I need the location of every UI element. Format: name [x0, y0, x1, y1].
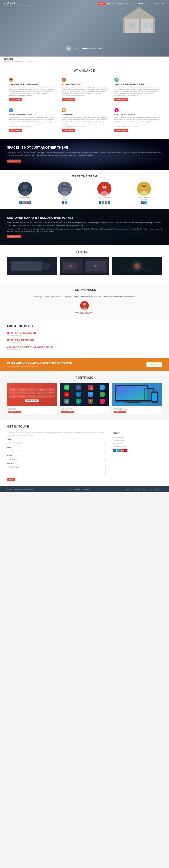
portfolio-item-title-0: ICON PACK	[8, 407, 55, 409]
social-icon-tw[interactable]: t	[117, 449, 120, 452]
portfolio-item-title-2: WALLPAPER	[114, 407, 161, 409]
social-icon-gp[interactable]: g+	[120, 449, 124, 452]
feature-icon-4: 💬	[61, 108, 66, 112]
feature-btn-0[interactable]: LEARN MORE	[9, 98, 22, 101]
portfolio-thumb-2	[112, 383, 162, 406]
social-li-0[interactable]: in	[28, 202, 31, 204]
customer-banner-btn[interactable]: READ MORE »	[7, 235, 21, 238]
features-images: DRAG & DROP LAYOUT CUSTOM WIDGETS	[7, 257, 162, 275]
nav-link-shop[interactable]: SHOP	[137, 2, 144, 5]
team-socials-1: f t	[62, 202, 68, 204]
portfolio-btn-2[interactable]: LEARN MORE	[114, 411, 126, 413]
feature-text-5: Lorem ipsum dolor sit amet, cons ectetur…	[115, 117, 160, 127]
blog-title: FROM THE BLOG	[7, 325, 162, 328]
subject-input[interactable]	[7, 457, 105, 461]
message-field: MESSAGE	[7, 463, 105, 476]
social-gp-2[interactable]: g+	[104, 202, 107, 204]
blog-post-title-2[interactable]: A BUSINESS THEME THAT MAKES SENSE	[7, 346, 162, 348]
nav-link-home[interactable]: HOME	[98, 2, 105, 5]
feature-btn-4[interactable]: LEARN MORE	[61, 129, 75, 132]
testimonial-prev-arrow[interactable]: ‹	[7, 303, 12, 307]
social-gp-0[interactable]: g+	[25, 202, 28, 204]
team-role-2: DESIGNER	[101, 199, 108, 200]
feature-btn-3[interactable]: LEARN MORE	[9, 129, 22, 132]
feature-item-2: ⭐ ONE OF THE BEST TEAMS OUT THERE Lorem …	[113, 76, 162, 103]
blog-post-title-1[interactable]: NEW TEAM MEMBERS	[7, 339, 162, 342]
nav-link-services[interactable]: SERVICES	[106, 2, 117, 5]
team-socials-0: f t g+ in	[19, 202, 31, 204]
features-title: FEATURES	[7, 250, 162, 254]
social-li-2[interactable]: in	[108, 202, 110, 204]
portfolio-overlay-1: FEATURE PACK SOME COOL ICONS LEARN MORE	[60, 406, 110, 414]
social-fb-3[interactable]: f	[141, 202, 144, 204]
svg-rect-53	[116, 386, 147, 400]
feature-btn-2[interactable]: LEARN MORE	[115, 98, 128, 101]
dark-banner-btn[interactable]: READ MORE »	[7, 159, 21, 162]
slide-dot-3[interactable]	[102, 48, 103, 49]
contact-info-title: SPACE7	[113, 432, 162, 435]
social-tw-2[interactable]: t	[101, 202, 104, 204]
social-fb-2[interactable]: f	[98, 202, 101, 204]
message-textarea[interactable]	[7, 465, 105, 476]
nav-link-team[interactable]: TEAM	[129, 2, 136, 5]
slide-dot-2[interactable]	[100, 48, 101, 49]
social-tw-0[interactable]: t	[23, 202, 25, 204]
team-section: MEET THE TEAM MARTIN PERSON CEO f t g+ i…	[0, 169, 169, 209]
feature-item-4: 💬 24/7 SUPPORT Lorem ipsum dolor sit ame…	[60, 106, 109, 133]
contact-grid: Lorem ipsum dolor sit amet, elit. At ver…	[7, 432, 162, 481]
portfolio-overlay-2: WALLPAPER DESKTOP WALLPAPER LEARN MORE	[112, 406, 162, 414]
feature-item-0: 💻 PHYSICAL PROOFING IS ECONOMICS Lorem i…	[7, 76, 56, 103]
nav-templates-dropdown[interactable]: TEMPLATES ▾	[152, 2, 166, 5]
features-section: FEATURES DRAG & DROP LAYOUT	[0, 245, 169, 283]
footer-link-services[interactable]: SERVICES	[74, 489, 80, 490]
testimonial-content: Thus, any number of discourses concernin…	[12, 295, 157, 314]
team-role-1: DEVELOPER	[61, 199, 69, 200]
portfolio-item-0: ★ ♦ ♠ ♣ ♥ ▲ ● ■ ◆ ✦ ⊕ ⊗ ☆ ○ □	[7, 383, 57, 414]
social-icon-pi[interactable]: P	[124, 449, 127, 452]
blog-post-title-0[interactable]: NEW FEATURES ADDED	[7, 332, 162, 334]
dark-banner-text: Lorem ipsum dolor sit amet, consectetur …	[7, 152, 162, 157]
team-role-0: CEO	[24, 199, 27, 200]
team-socials-2: f t g+ in	[98, 202, 110, 204]
slide-dot-1[interactable]	[98, 48, 100, 49]
nav-link-blog[interactable]: BLOG	[144, 2, 152, 5]
video-progress-bar[interactable]	[82, 48, 96, 49]
testimonial-next-arrow[interactable]: ›	[157, 303, 162, 307]
submit-button[interactable]: SEND	[7, 478, 15, 481]
social-fb-1[interactable]: f	[62, 202, 65, 204]
footer-link-portfolio[interactable]: PORTFOLIO	[82, 489, 89, 490]
team-member-0: MARTIN PERSON CEO f t g+ in	[7, 182, 43, 204]
social-icon-fb[interactable]: f	[113, 449, 116, 452]
customer-banner-title: CUSTOMER SUPPORT FROM ANOTHER PLANET	[7, 216, 162, 219]
name-input[interactable]	[7, 441, 105, 445]
team-socials-3: f t	[141, 202, 146, 204]
cta-section: WHAT ARE YOU WAITING FOR? GET IN TOUCH! …	[0, 358, 169, 371]
team-member-2: JENNY PERSON DESIGNER f t g+ in	[86, 182, 122, 204]
customer-banner-text2: Maecenas non diam eget metus laoreet ali…	[7, 228, 162, 233]
brand-tagline: MULTIPURPOSE THEME FOR WORDPRESS	[3, 61, 166, 62]
email-input[interactable]	[7, 449, 105, 453]
social-tw-3[interactable]: t	[144, 202, 146, 204]
free-icons-badge: FREE ICONS	[25, 399, 39, 402]
video-play-button[interactable]: ▶	[66, 45, 72, 51]
feature-btn-5[interactable]: LEARN MORE	[115, 129, 128, 132]
portfolio-item-1: ✆ f 📷 t ▶ in G ✉ ☁ ✦ 📦 ♪ FEATURE PACK SO…	[60, 383, 110, 414]
portfolio-btn-1[interactable]: LEARN MORE	[61, 411, 74, 413]
email-field: EMAIL	[7, 446, 105, 453]
contact-social-icons: f t g+ P	[113, 449, 162, 452]
team-name-3: MONICA PERSON	[138, 197, 150, 199]
feature-item-3: 🏷 PRICING THAT MAKES SENSE Lorem ipsum d…	[7, 106, 56, 133]
social-tw-1[interactable]: t	[65, 202, 68, 204]
footer-link-home[interactable]: HOME	[68, 489, 72, 490]
cta-contact-button[interactable]: CONTACT US	[146, 362, 162, 367]
svg-point-41	[134, 264, 140, 269]
portfolio-item-sub-0: FREE ICONS	[8, 409, 55, 410]
nav-link-portfolio[interactable]: PORTFOLIO	[117, 2, 129, 5]
team-avatar-1	[58, 182, 72, 196]
portfolio-btn-0[interactable]: LEARN MORE	[8, 411, 21, 413]
svg-rect-30	[12, 266, 27, 267]
contact-section: GET IN TOUCH Lorem ipsum dolor sit amet,…	[0, 420, 169, 486]
feature-btn-1[interactable]: LEARN MORE	[61, 98, 75, 101]
social-fb-0[interactable]: f	[19, 202, 22, 204]
team-avatar-2	[97, 182, 112, 196]
